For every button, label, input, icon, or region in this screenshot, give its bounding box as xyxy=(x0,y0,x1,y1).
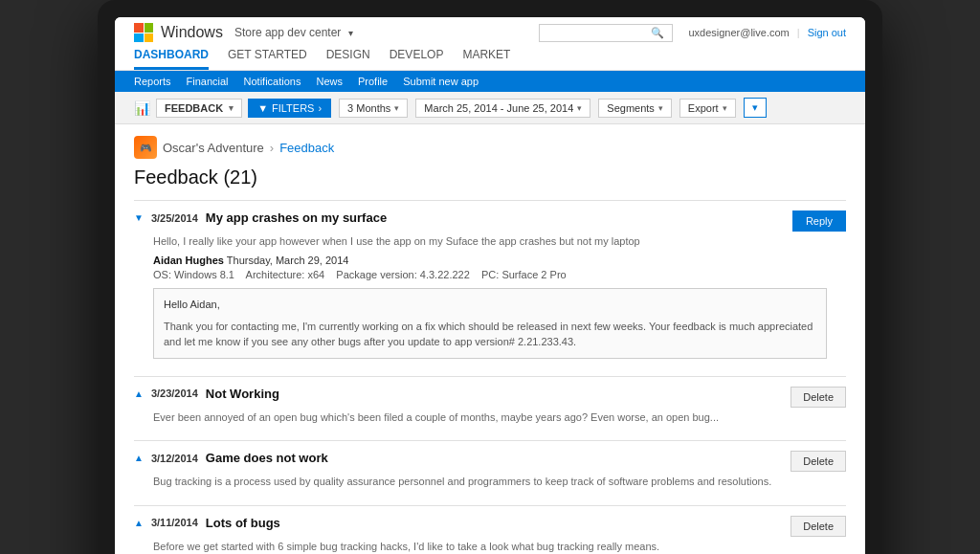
feedback-title-4: Lots of bugs xyxy=(206,516,280,530)
delete-button-3[interactable]: Delete xyxy=(791,451,846,472)
reply-button-1[interactable]: Reply xyxy=(792,211,846,232)
sub-nav-news[interactable]: News xyxy=(316,76,343,87)
filters-label: FILTERS xyxy=(272,102,314,114)
user-name-1: Aidan Hughes xyxy=(153,255,224,266)
feedback-body-1: Hello, I really like your app however wh… xyxy=(153,234,846,249)
feedback-select-chevron: ▾ xyxy=(229,103,234,113)
app-icon: 🎮 xyxy=(134,136,157,159)
collapse-icon-2[interactable]: ▲ xyxy=(134,388,144,399)
windows-logo xyxy=(134,23,153,42)
collapse-icon-4[interactable]: ▲ xyxy=(134,518,144,528)
period-chevron: ▾ xyxy=(394,103,399,113)
sign-out-link[interactable]: Sign out xyxy=(808,27,846,38)
search-input[interactable] xyxy=(546,27,651,38)
feedback-date-3: 3/12/2014 xyxy=(151,453,198,464)
feedback-date-1: 3/25/2014 xyxy=(151,212,198,224)
feedback-select[interactable]: FEEDBACK ▾ xyxy=(156,99,242,118)
bar-chart-icon: 📊 xyxy=(134,100,150,116)
search-icon: 🔍 xyxy=(651,27,664,39)
feedback-header-left-2: ▲ 3/23/2014 Not Working xyxy=(134,387,279,401)
sub-nav-profile[interactable]: Profile xyxy=(358,76,388,87)
feedback-header-left-3: ▲ 3/12/2014 Game does not work xyxy=(134,451,328,465)
sub-nav-reports[interactable]: Reports xyxy=(134,76,171,87)
device-info-1: OS: Windows 8.1 Architecture: x64 Packag… xyxy=(153,269,846,280)
filters-button[interactable]: ▼ FILTERS › xyxy=(248,99,331,118)
laptop-frame: Windows Store app dev center ▾ 🔍 uxdesig… xyxy=(98,0,882,554)
period-label: 3 Months xyxy=(347,102,390,114)
date-range-label: March 25, 2014 - June 25, 2014 xyxy=(424,102,573,114)
filters-arrow: › xyxy=(318,102,322,114)
brand-name: Windows xyxy=(161,24,223,41)
reply-text-1: Thank you for contacting me, I'm current… xyxy=(164,319,816,350)
laptop-screen: Windows Store app dev center ▾ 🔍 uxdesig… xyxy=(115,17,865,554)
search-box[interactable]: 🔍 xyxy=(539,24,673,42)
sub-nav: Reports Financial Notifications News Pro… xyxy=(115,71,865,92)
sub-nav-financial[interactable]: Financial xyxy=(187,76,229,87)
breadcrumb: 🎮 Oscar's Adventure › Feedback xyxy=(134,136,846,159)
segments-label: Segments xyxy=(607,102,655,114)
date-range-dropdown[interactable]: March 25, 2014 - June 25, 2014 ▾ xyxy=(415,99,590,118)
export-chevron: ▾ xyxy=(723,103,727,113)
feedback-date-2: 3/23/2014 xyxy=(151,388,198,399)
more-chevron: ▾ xyxy=(752,101,758,114)
feedback-item-3: ▲ 3/12/2014 Game does not work Delete Bu… xyxy=(134,440,846,504)
logo-area: Windows Store app dev center ▾ xyxy=(134,23,353,42)
feedback-title-2: Not Working xyxy=(206,387,279,401)
delete-button-2[interactable]: Delete xyxy=(791,387,846,408)
user-info: uxdesigner@live.com | Sign out xyxy=(688,27,846,38)
nav-get-started[interactable]: GET STARTED xyxy=(228,48,307,70)
page-title: Feedback (21) xyxy=(134,166,846,188)
nav-design[interactable]: DESIGN xyxy=(326,48,370,70)
top-bar: Windows Store app dev center ▾ 🔍 uxdesig… xyxy=(115,17,865,71)
feedback-title-1: My app crashes on my surface xyxy=(206,211,387,225)
main-nav: DASHBOARD GET STARTED DESIGN DEVELOP MAR… xyxy=(134,48,846,70)
feedback-header-left-4: ▲ 3/11/2014 Lots of bugs xyxy=(134,516,280,530)
user-email: uxdesigner@live.com xyxy=(688,27,789,38)
feedback-item-1: ▼ 3/25/2014 My app crashes on my surface… xyxy=(134,200,846,376)
feedback-header-3: ▲ 3/12/2014 Game does not work Delete xyxy=(134,451,846,472)
sub-nav-submit[interactable]: Submit new app xyxy=(403,76,479,87)
export-dropdown[interactable]: Export ▾ xyxy=(679,99,736,118)
store-dev-label: Store app dev center xyxy=(234,26,341,39)
breadcrumb-separator: › xyxy=(270,141,274,155)
feedback-body-3: Bug tracking is a process used by qualit… xyxy=(153,475,846,489)
content-area: 🎮 Oscar's Adventure › Feedback Feedback … xyxy=(115,124,865,554)
collapse-icon-3[interactable]: ▲ xyxy=(134,453,144,463)
feedback-item-2: ▲ 3/23/2014 Not Working Delete Ever been… xyxy=(134,376,846,440)
toolbar-left: 📊 FEEDBACK ▾ ▼ FILTERS › xyxy=(134,99,331,118)
toolbar: 📊 FEEDBACK ▾ ▼ FILTERS › 3 Months ▾ Marc… xyxy=(115,92,865,124)
feedback-body-4: Before we get started with 6 simple bug … xyxy=(153,540,846,554)
more-dropdown[interactable]: ▾ xyxy=(744,98,767,118)
nav-dashboard[interactable]: DASHBOARD xyxy=(134,48,209,70)
segments-chevron: ▾ xyxy=(658,103,663,113)
reply-greeting-1: Hello Aidan, xyxy=(164,297,816,313)
store-dev-arrow[interactable]: ▾ xyxy=(348,28,353,38)
feedback-select-label: FEEDBACK xyxy=(165,102,223,114)
nav-market[interactable]: MARKET xyxy=(462,48,510,70)
reply-box-1: Hello Aidan, Thank you for contacting me… xyxy=(153,288,827,359)
feedback-item-4: ▲ 3/11/2014 Lots of bugs Delete Before w… xyxy=(134,505,846,554)
collapse-icon-1[interactable]: ▼ xyxy=(134,212,144,223)
date-range-chevron: ▾ xyxy=(577,103,582,113)
feedback-body-2: Ever been annoyed of an open bug which's… xyxy=(153,410,846,425)
nav-develop[interactable]: DEVELOP xyxy=(390,48,444,70)
feedback-date-4: 3/11/2014 xyxy=(151,517,198,528)
feedback-header-1: ▼ 3/25/2014 My app crashes on my surface… xyxy=(134,211,846,232)
filter-icon: ▼ xyxy=(257,102,268,114)
feedback-header-2: ▲ 3/23/2014 Not Working Delete xyxy=(134,387,846,408)
breadcrumb-section[interactable]: Feedback xyxy=(279,141,334,155)
user-meta-1: Aidan Hughes Thursday, March 29, 2014 xyxy=(153,255,846,266)
delete-button-4[interactable]: Delete xyxy=(791,516,846,537)
export-label: Export xyxy=(688,102,719,114)
breadcrumb-app: Oscar's Adventure xyxy=(163,141,264,155)
feedback-header-4: ▲ 3/11/2014 Lots of bugs Delete xyxy=(134,516,846,537)
segments-dropdown[interactable]: Segments ▾ xyxy=(598,99,672,118)
expanded-details-1: Aidan Hughes Thursday, March 29, 2014 OS… xyxy=(153,255,846,359)
period-dropdown[interactable]: 3 Months ▾ xyxy=(339,99,408,118)
feedback-header-left-1: ▼ 3/25/2014 My app crashes on my surface xyxy=(134,211,387,225)
sub-nav-notifications[interactable]: Notifications xyxy=(244,76,301,87)
user-date-1: Thursday, March 29, 2014 xyxy=(227,255,349,266)
feedback-title-3: Game does not work xyxy=(206,451,328,465)
